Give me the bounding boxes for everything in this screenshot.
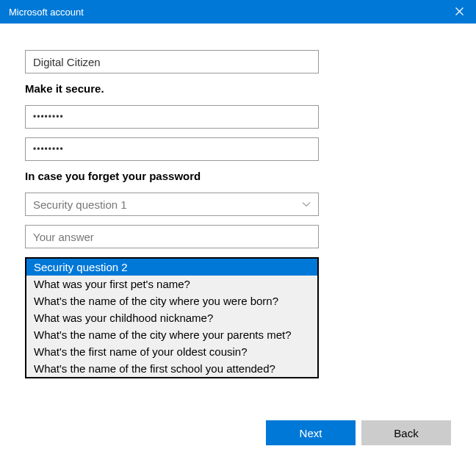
next-button[interactable]: Next: [266, 420, 356, 445]
security-question-1-placeholder: Security question 1: [33, 198, 127, 211]
answer-1-input[interactable]: Your answer: [25, 225, 319, 248]
security-question-1-select[interactable]: Security question 1: [25, 193, 319, 216]
dropdown-option[interactable]: Security question 2: [26, 259, 317, 276]
dialog-footer: Next Back: [266, 420, 451, 445]
confirm-password-masked: ••••••••: [33, 144, 64, 154]
dropdown-option[interactable]: What's the name of the first school you …: [26, 360, 317, 377]
dropdown-option[interactable]: What's the name of the city where you we…: [26, 292, 317, 309]
chevron-down-icon: [302, 201, 311, 207]
password-masked: ••••••••: [33, 112, 64, 122]
password-input[interactable]: ••••••••: [25, 105, 319, 129]
secure-label: Make it secure.: [25, 82, 451, 95]
username-value: Digital Citizen: [33, 56, 101, 68]
username-input[interactable]: Digital Citizen: [25, 50, 319, 73]
confirm-password-input[interactable]: ••••••••: [25, 137, 319, 161]
security-question-2-dropdown[interactable]: Security question 2What was your first p…: [25, 257, 319, 378]
forgot-password-label: In case you forget your password: [25, 170, 451, 182]
titlebar: Microsoft account: [0, 0, 476, 24]
dropdown-option[interactable]: What's the first name of your oldest cou…: [26, 343, 317, 360]
back-button[interactable]: Back: [361, 420, 451, 445]
close-button[interactable]: [442, 0, 476, 24]
dropdown-option[interactable]: What's the name of the city where your p…: [26, 326, 317, 343]
dropdown-option[interactable]: What was your childhood nickname?: [26, 309, 317, 326]
close-icon: [455, 6, 464, 18]
dialog-content: Digital Citizen Make it secure. ••••••••…: [0, 24, 476, 378]
dropdown-option[interactable]: What was your first pet's name?: [26, 276, 317, 292]
answer-1-placeholder: Your answer: [33, 231, 94, 243]
window-title: Microsoft account: [9, 7, 84, 18]
